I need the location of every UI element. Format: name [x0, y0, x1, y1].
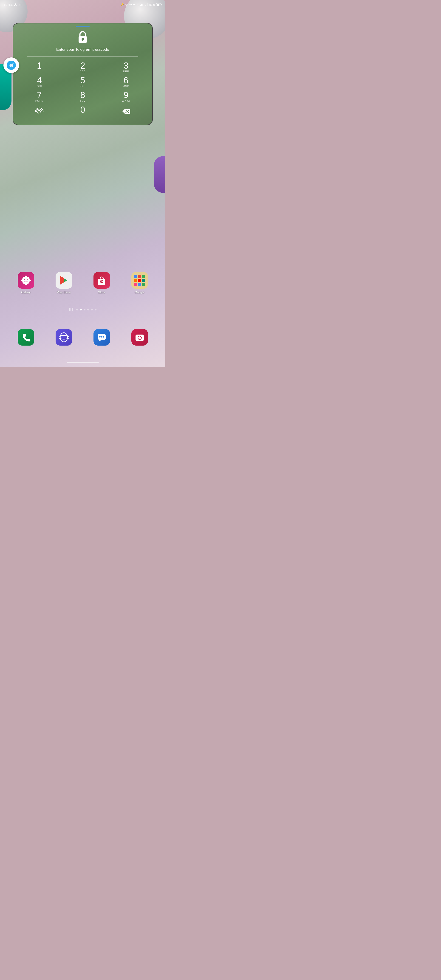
svg-rect-7	[142, 4, 143, 6]
google-grid-8	[138, 283, 141, 286]
dock-messages[interactable]	[94, 329, 110, 345]
navigation-icon	[14, 3, 17, 6]
store-label: Store	[98, 291, 105, 294]
key-8-letters: TUV	[73, 99, 92, 103]
key-1[interactable]: 1	[30, 61, 48, 73]
telegram-badge[interactable]	[3, 57, 19, 73]
page-dot-1[interactable]	[76, 309, 78, 310]
browser-icon	[59, 332, 69, 342]
key-2-number: 2	[73, 61, 92, 70]
fingerprint-icon	[34, 107, 45, 116]
svg-rect-19	[82, 39, 83, 41]
status-right: 🔑 VoLTE 4G 57%	[121, 3, 162, 6]
key-fingerprint[interactable]	[30, 105, 48, 117]
svg-rect-2	[20, 4, 21, 6]
key-4[interactable]: 4 GHI	[30, 76, 48, 88]
key-9[interactable]: 9 WXYZ	[117, 91, 135, 103]
4g-icon: 4G	[137, 3, 139, 6]
dock-phone[interactable]	[18, 329, 34, 345]
svg-rect-1	[19, 5, 19, 6]
key-5-letters: JKL	[73, 85, 92, 88]
key-9-number: 9	[117, 91, 135, 99]
battery-percent: 57%	[149, 3, 155, 6]
key-8-number: 8	[73, 91, 92, 99]
app-store[interactable]: Store	[94, 272, 110, 294]
key-0[interactable]: 0	[73, 105, 92, 117]
home-apps: Gallery Play Store Store	[0, 267, 166, 299]
playstore-label: Play Store	[57, 291, 71, 294]
svg-rect-3	[21, 3, 21, 6]
key-6-number: 6	[117, 76, 135, 85]
key-3-number: 3	[117, 61, 135, 70]
page-dot-line-2	[70, 308, 71, 311]
dock-camera[interactable]	[131, 329, 148, 345]
dock	[0, 326, 166, 349]
svg-point-40	[138, 336, 141, 339]
key-3-letters: DEF	[117, 70, 135, 73]
google-grid	[134, 275, 145, 286]
svg-point-35	[99, 336, 100, 337]
app-google[interactable]: Google	[131, 272, 148, 294]
signal-icon	[18, 3, 22, 6]
signal-bars2-icon	[145, 3, 148, 6]
page-dot-line-3	[72, 308, 73, 311]
app-gallery[interactable]: Gallery	[18, 272, 34, 294]
key-5-number: 5	[73, 76, 92, 85]
status-time: 19:14	[4, 3, 13, 7]
key-2[interactable]: 2 ABC	[73, 61, 92, 73]
keypad-row-2: 4 GHI 5 JKL 6 MNO	[18, 76, 148, 88]
svg-point-22	[25, 279, 27, 282]
svg-rect-5	[140, 5, 141, 6]
svg-point-36	[101, 336, 102, 337]
google-grid-2	[138, 275, 141, 278]
store-icon-img	[94, 272, 110, 289]
svg-rect-6	[141, 4, 142, 6]
page-dot-line-1	[69, 308, 70, 311]
page-dot-4[interactable]	[87, 309, 89, 310]
google-grid-1	[134, 275, 137, 278]
page-dot-6[interactable]	[95, 309, 97, 310]
key-backspace[interactable]	[117, 105, 135, 117]
page-dot-5[interactable]	[91, 309, 93, 310]
key-0-number: 0	[73, 105, 92, 114]
svg-point-37	[103, 336, 104, 337]
svg-rect-14	[161, 4, 162, 5]
google-grid-7	[134, 283, 137, 286]
key-4-letters: GHI	[30, 85, 48, 88]
gallery-icon-img	[18, 272, 34, 289]
google-grid-9	[142, 283, 145, 286]
key-3[interactable]: 3 DEF	[117, 61, 135, 73]
svg-rect-11	[146, 4, 147, 6]
playstore-icon-img	[56, 272, 72, 289]
key-6-letters: MNO	[117, 85, 135, 88]
key-1-number: 1	[30, 61, 48, 70]
dock-browser[interactable]	[56, 329, 72, 345]
page-dot-lines	[69, 308, 73, 311]
svg-point-32	[60, 333, 67, 342]
telegram-icon	[7, 60, 16, 70]
key-7[interactable]: 7 PQRS	[30, 91, 48, 103]
backspace-icon	[121, 107, 131, 116]
page-dot-3[interactable]	[84, 309, 86, 310]
messages-icon	[97, 332, 107, 342]
gallery-flower-icon	[21, 275, 31, 286]
key-0-letters	[73, 114, 92, 117]
svg-point-4	[126, 5, 127, 6]
svg-rect-15	[157, 4, 159, 6]
camera-icon	[135, 332, 145, 342]
svg-marker-0	[14, 3, 17, 6]
key-5[interactable]: 5 JKL	[73, 76, 92, 88]
phone-icon	[21, 333, 30, 342]
google-grid-3	[142, 275, 145, 278]
signal-bars-icon	[140, 3, 144, 6]
svg-rect-12	[147, 3, 148, 6]
home-bar[interactable]	[67, 362, 99, 363]
lock-icon-container	[13, 30, 152, 44]
app-playstore[interactable]: Play Store	[56, 272, 72, 294]
page-dot-2-active[interactable]	[80, 309, 82, 310]
key-6[interactable]: 6 MNO	[117, 76, 135, 88]
key-1-letters	[30, 70, 48, 73]
key-8[interactable]: 8 TUV	[73, 91, 92, 103]
key-7-letters: PQRS	[30, 99, 48, 103]
google-icon-img	[131, 272, 148, 289]
